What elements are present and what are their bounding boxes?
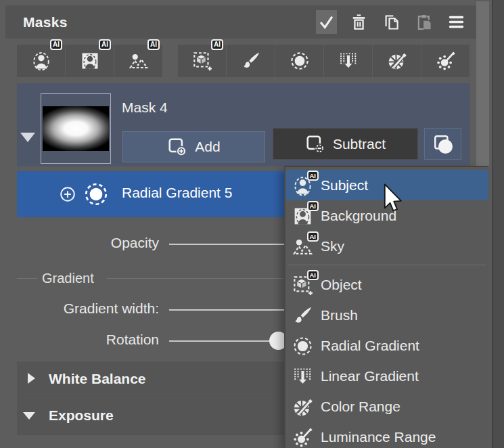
toolbar-background-button[interactable]: AI — [66, 45, 114, 77]
menu-item-color-range[interactable]: Color Range — [285, 391, 488, 422]
mask-group-panel: Mask 4 Add Subtract — [17, 83, 470, 166]
subject-mask-icon: AI — [291, 174, 314, 197]
gradient-width-label: Gradient width: — [0, 300, 159, 317]
toolbar-radial-gradient-button[interactable] — [275, 45, 323, 77]
mouse-cursor-icon — [383, 183, 402, 212]
ai-badge: AI — [307, 171, 319, 181]
ai-badge: AI — [307, 231, 319, 242]
mask-enabled-checkbox[interactable] — [316, 10, 337, 34]
toolbar-subject-button[interactable]: AI — [17, 45, 65, 77]
background-mask-icon: AI — [291, 204, 314, 227]
add-to-mask-icon — [167, 137, 187, 157]
gradient-section-label: Gradient — [42, 271, 94, 286]
luminance-range-icon — [291, 426, 314, 448]
ai-badge: AI — [307, 270, 319, 280]
mask-title: Mask 4 — [122, 99, 168, 116]
luminance-range-icon — [436, 51, 456, 71]
copy-icon — [382, 13, 400, 31]
delete-mask-button[interactable] — [348, 10, 369, 34]
subtract-from-mask-icon — [305, 134, 325, 154]
brush-icon — [291, 304, 314, 327]
rotation-label: Rotation — [0, 332, 159, 348]
chevron-right-icon — [28, 373, 35, 384]
paste-icon — [415, 13, 433, 31]
add-button[interactable]: Add — [122, 131, 265, 162]
add-button-label: Add — [195, 139, 220, 155]
ai-badge: AI — [211, 39, 223, 50]
mask-tool-toolbar: AI — [178, 45, 469, 77]
toolbar-luminance-range-button[interactable] — [421, 45, 469, 77]
subtract-button-label: Subtract — [333, 136, 386, 152]
ai-badge: AI — [50, 39, 62, 50]
plus-circle-icon[interactable] — [59, 185, 76, 203]
menu-item-luminance-range[interactable]: Luminance Range — [285, 422, 488, 448]
ai-badge: AI — [147, 39, 160, 50]
trash-icon — [350, 13, 368, 31]
white-balance-label: White Balance — [49, 371, 146, 387]
toolbar-brush-button[interactable] — [227, 45, 275, 77]
scrollbar-thumb[interactable] — [476, 1, 489, 166]
panel-menu-button[interactable] — [446, 10, 467, 34]
gradient-width-slider[interactable] — [169, 309, 285, 311]
subject-mask-icon — [31, 51, 51, 71]
ai-badge: AI — [307, 201, 319, 211]
hamburger-menu-icon — [447, 13, 465, 31]
toolbar-object-button[interactable]: AI — [178, 45, 226, 77]
exposure-label: Exposure — [49, 407, 114, 424]
intersect-button[interactable] — [424, 128, 461, 160]
panel-title: Masks — [23, 14, 68, 30]
opacity-label: Opacity — [0, 235, 159, 251]
mask-collapse-triangle-icon[interactable] — [20, 133, 35, 142]
masks-panel: { "ai_badge": "AI", "header": { "title":… — [0, 0, 504, 448]
menu-item-brush[interactable]: Brush — [285, 300, 488, 330]
ai-badge: AI — [99, 39, 111, 50]
sky-mask-icon: AI — [291, 235, 314, 258]
mask-thumbnail-gradient — [43, 106, 109, 151]
color-range-icon — [387, 51, 407, 71]
opacity-slider[interactable] — [169, 244, 285, 245]
radial-gradient-icon — [290, 51, 310, 71]
toolbar-linear-gradient-button[interactable] — [324, 45, 372, 77]
mask-thumbnail[interactable] — [41, 93, 111, 164]
copy-mask-button[interactable] — [381, 10, 402, 34]
object-mask-icon — [192, 51, 212, 71]
rotation-slider[interactable] — [169, 340, 277, 342]
radial-gradient-layer-icon — [83, 181, 109, 207]
menu-item-linear-gradient[interactable]: Linear Gradient — [285, 361, 488, 391]
chevron-down-icon — [23, 412, 35, 420]
header-toolbar — [316, 5, 467, 39]
radial-gradient-icon — [291, 334, 314, 357]
object-mask-icon: AI — [291, 273, 314, 296]
toolbar-color-range-button[interactable] — [373, 45, 421, 77]
menu-separator — [288, 265, 486, 265]
gradient-section-divider — [17, 278, 37, 279]
paste-mask-button[interactable] — [413, 10, 434, 34]
mask-layer-label: Radial Gradient 5 — [122, 185, 232, 201]
menu-item-object[interactable]: AI Object — [285, 269, 488, 300]
background-mask-icon — [80, 51, 100, 71]
panel-header: Masks — [5, 5, 488, 39]
color-range-icon — [291, 395, 314, 418]
sky-mask-icon — [129, 51, 149, 71]
brush-icon — [241, 51, 261, 71]
checkmark-icon — [317, 13, 336, 31]
panel-right-edge — [492, 0, 504, 448]
gradient-section-divider — [107, 278, 284, 279]
linear-gradient-icon — [338, 51, 359, 71]
menu-item-radial-gradient[interactable]: Radial Gradient — [285, 330, 488, 361]
toolbar-sky-button[interactable]: AI — [114, 45, 162, 77]
subtract-button[interactable]: Subtract — [273, 128, 418, 160]
intersect-mask-icon — [432, 133, 454, 155]
ai-mask-toolbar: AI AI AI — [17, 45, 162, 77]
menu-item-sky[interactable]: AI Sky — [285, 231, 488, 261]
linear-gradient-icon — [291, 365, 314, 388]
